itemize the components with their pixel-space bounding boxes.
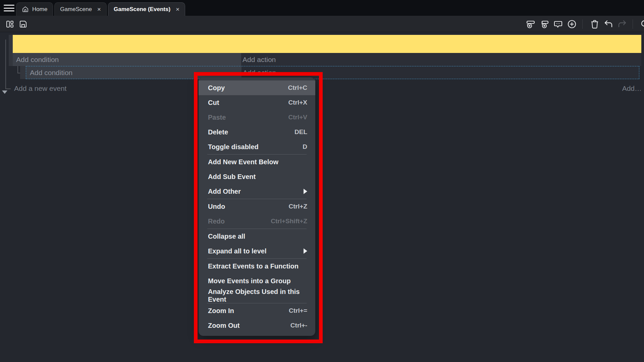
collapse-arrow-icon[interactable] (2, 90, 7, 94)
menu-item-toggle-disabled[interactable]: Toggle disabledD (199, 139, 315, 154)
submenu-arrow-icon (304, 248, 307, 254)
redo-icon[interactable] (617, 19, 627, 29)
context-menu: CopyCtrl+CCutCtrl+XPasteCtrl+VDeleteDELT… (199, 77, 315, 336)
events-sheet[interactable]: Add condition Add action Add condition A… (0, 32, 644, 362)
conditions-cell[interactable]: Add condition (13, 53, 241, 66)
toolbar-divider (633, 19, 633, 29)
menu-item-label: Analyze Objects Used in this Event (208, 288, 307, 303)
menu-item-redo: RedoCtrl+Shift+Z (199, 214, 315, 229)
menu-item-label: Copy (208, 84, 225, 92)
menu-item-shortcut: Ctrl+Shift+Z (271, 218, 307, 225)
subtree-line (17, 66, 18, 73)
menu-item-label: Add New Event Below (208, 158, 278, 166)
menu-item-label: Delete (208, 128, 228, 136)
tab-label: GameScene (60, 6, 92, 13)
menu-item-shortcut: Ctrl+X (288, 99, 308, 106)
add-action-link[interactable]: Add action (243, 56, 276, 64)
add-condition-link[interactable]: Add condition (30, 69, 72, 77)
menu-item-copy[interactable]: CopyCtrl+C (199, 80, 315, 95)
menu-item-analyze-objects-used-in-this-event[interactable]: Analyze Objects Used in this Event (199, 288, 315, 303)
actions-cell[interactable]: Add action (241, 53, 641, 66)
undo-icon[interactable] (603, 19, 613, 29)
menu-item-cut[interactable]: CutCtrl+X (199, 95, 315, 110)
menu-item-add-sub-event[interactable]: Add Sub Event (199, 169, 315, 184)
menu-item-label: Zoom Out (208, 322, 239, 329)
menu-item-label: Cut (208, 99, 219, 107)
tab-bar: HomeGameScene×GameScene (Events)× (0, 0, 644, 16)
menu-item-label: Paste (208, 114, 226, 121)
subevent-gutter[interactable] (20, 66, 26, 79)
menu-item-label: Add Other (208, 188, 241, 195)
menu-item-label: Undo (208, 203, 225, 210)
tree-elbow (5, 88, 11, 89)
menu-item-add-other[interactable]: Add Other (199, 184, 315, 199)
add-right-link[interactable]: Add… (622, 84, 642, 93)
menu-item-label: Redo (208, 218, 225, 225)
conditions-cell[interactable]: Add condition (26, 66, 241, 79)
actions-cell[interactable]: Add action (241, 66, 639, 79)
tab-strip: HomeGameScene×GameScene (Events)× (16, 2, 186, 16)
event-row[interactable]: Add condition Add action (13, 53, 641, 66)
add-circle-icon[interactable] (567, 19, 577, 29)
save-icon[interactable] (18, 19, 28, 29)
menu-item-collapse-all[interactable]: Collapse all (199, 229, 315, 244)
menu-item-shortcut: Ctrl+V (288, 114, 308, 121)
menu-item-label: Collapse all (208, 233, 245, 240)
tree-line (5, 40, 6, 89)
menu-item-label: Extract Events to a Function (208, 262, 299, 270)
menu-item-label: Toggle disabled (208, 143, 259, 151)
selected-event-highlight[interactable] (13, 35, 641, 53)
tab-gamescene-events[interactable]: GameScene (Events)× (108, 2, 185, 16)
tab-label: GameScene (Events) (114, 6, 170, 13)
menu-item-shortcut: Ctrl+- (290, 322, 307, 329)
menu-item-zoom-in[interactable]: Zoom InCtrl+= (199, 303, 315, 318)
menu-item-delete[interactable]: DeleteDEL (199, 125, 315, 139)
add-condition-link[interactable]: Add condition (16, 56, 59, 64)
menu-item-move-events-into-a-group[interactable]: Move Events into a Group (199, 274, 315, 288)
home-icon (22, 6, 29, 13)
menu-item-label: Add Sub Event (208, 173, 256, 181)
menu-item-shortcut: DEL (294, 128, 307, 136)
menu-item-label: Zoom In (208, 307, 234, 315)
add-new-event-link[interactable]: Add a new event (14, 84, 66, 93)
close-icon[interactable]: × (176, 6, 179, 12)
comment-icon[interactable] (553, 19, 563, 29)
toolbar-divider (582, 19, 583, 29)
add-subevent-icon[interactable] (539, 19, 549, 29)
menu-item-shortcut: Ctrl+= (289, 307, 307, 314)
close-icon[interactable]: × (97, 6, 101, 12)
menu-item-expand-all-to-level[interactable]: Expand all to level (199, 244, 315, 258)
event-gutter[interactable] (9, 35, 13, 66)
tab-home[interactable]: Home (16, 2, 53, 16)
menu-item-extract-events-to-a-function[interactable]: Extract Events to a Function (199, 259, 315, 274)
delete-icon[interactable] (590, 19, 600, 29)
tab-label: Home (32, 6, 47, 13)
menu-item-shortcut: Ctrl+Z (289, 203, 307, 210)
add-event-icon[interactable] (526, 19, 536, 29)
menu-item-shortcut: Ctrl+C (288, 84, 307, 92)
submenu-arrow-icon (304, 189, 307, 194)
add-action-link[interactable]: Add action (243, 69, 276, 77)
subevent-row-selected[interactable]: Add condition Add action (26, 66, 639, 79)
menu-item-label: Move Events into a Group (208, 277, 291, 285)
tab-gamescene[interactable]: GameScene× (54, 2, 107, 16)
menu-item-shortcut: D (303, 143, 307, 150)
menu-item-undo[interactable]: UndoCtrl+Z (199, 199, 315, 214)
menu-item-zoom-out[interactable]: Zoom OutCtrl+- (199, 318, 315, 333)
menu-item-paste: PasteCtrl+V (199, 110, 315, 125)
toolbar: Preview Publish (0, 16, 644, 32)
menu-item-add-new-event-below[interactable]: Add New Event Below (199, 155, 315, 169)
search-icon[interactable] (640, 19, 644, 29)
hamburger-menu-icon[interactable] (3, 4, 15, 12)
panels-icon[interactable] (5, 19, 15, 29)
menu-item-label: Expand all to level (208, 247, 267, 255)
